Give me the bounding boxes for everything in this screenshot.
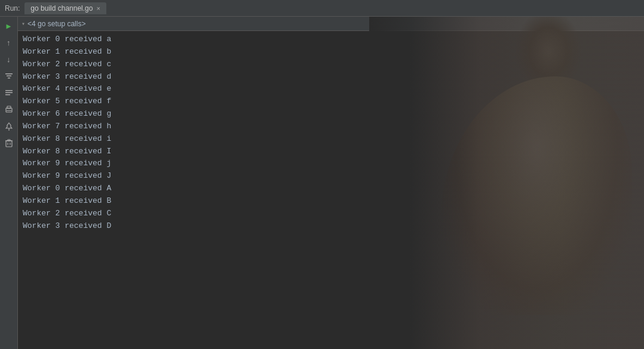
svg-rect-8: [7, 110, 11, 111]
output-line-text: Worker 7 received h: [23, 121, 111, 132]
scroll-up-button[interactable]: ↑: [3, 37, 15, 49]
output-line-text: Worker 2 received C: [23, 208, 111, 220]
output-line-text: Worker 5 received f: [23, 96, 111, 107]
tab-title: go build channel.go: [30, 4, 93, 13]
output-line-text: Worker 4 received e: [23, 84, 111, 95]
output-panel: ▾ <4 go setup calls> Worker 0 received a…: [18, 17, 644, 349]
svg-rect-0: [5, 73, 13, 75]
down-button[interactable]: ↓: [3, 54, 15, 66]
wrap-button[interactable]: [3, 87, 15, 99]
delete-button[interactable]: [3, 137, 15, 149]
output-header: ▾ <4 go setup calls>: [18, 17, 644, 31]
output-line: Worker 8 received I: [18, 146, 644, 158]
filter-button[interactable]: [3, 70, 15, 82]
output-line: Worker 8 received i: [18, 133, 644, 146]
output-line: Worker 7 received h: [18, 121, 644, 133]
main-content: ▶ ↑ ↓: [0, 17, 644, 349]
output-line-text: Worker 9 received j: [23, 158, 111, 169]
output-line: Worker 0 received A: [18, 183, 644, 195]
output-line: Worker 1 received B: [18, 195, 644, 208]
output-content[interactable]: Worker 0 received aWorker 1 received bWo…: [18, 31, 644, 349]
left-toolbar: ▶ ↑ ↓: [0, 17, 18, 349]
output-line: Worker 9 received j: [18, 157, 644, 170]
run-label: Run:: [5, 4, 20, 13]
svg-rect-2: [8, 78, 10, 79]
svg-rect-10: [6, 141, 12, 147]
output-line: Worker 2 received c: [18, 58, 644, 71]
svg-rect-4: [5, 92, 13, 94]
output-title: <4 go setup calls>: [27, 20, 85, 28]
output-line: Worker 3 received D: [18, 220, 644, 233]
output-line: Worker 1 received b: [18, 46, 644, 58]
output-line: Worker 6 received g: [18, 108, 644, 121]
output-line-text: Worker 0 received A: [23, 183, 111, 194]
output-line-text: Worker 6 received g: [23, 109, 111, 120]
play-button[interactable]: ▶: [3, 20, 15, 32]
output-line: Worker 3 received d: [18, 71, 644, 84]
output-line-text: Worker 9 received J: [23, 171, 111, 182]
tab-close-icon[interactable]: ×: [96, 5, 100, 12]
output-line-text: Worker 0 received a: [23, 34, 111, 45]
fold-icon[interactable]: ▾: [22, 20, 25, 27]
svg-rect-3: [5, 90, 13, 91]
output-line: Worker 9 received J: [18, 170, 644, 183]
pin-button[interactable]: [3, 121, 15, 132]
output-line: Worker 5 received f: [18, 95, 644, 108]
svg-rect-1: [7, 76, 11, 77]
output-line: Worker 0 received a: [18, 33, 644, 46]
output-line-text: Worker 8 received I: [23, 146, 111, 157]
top-bar: Run: go build channel.go ×: [0, 0, 644, 17]
output-line-text: Worker 1 received b: [23, 47, 111, 58]
output-line: Worker 4 received e: [18, 83, 644, 95]
output-line-text: Worker 8 received i: [23, 134, 111, 145]
svg-rect-5: [5, 94, 10, 95]
output-line-text: Worker 3 received D: [23, 221, 111, 232]
output-line-text: Worker 3 received d: [23, 72, 111, 83]
print-button[interactable]: [3, 104, 15, 116]
run-tab[interactable]: go build channel.go ×: [24, 2, 106, 14]
output-line-text: Worker 1 received B: [23, 196, 111, 207]
output-line-text: Worker 2 received c: [23, 59, 111, 70]
svg-rect-12: [8, 140, 10, 141]
output-line: Worker 2 received C: [18, 208, 644, 220]
